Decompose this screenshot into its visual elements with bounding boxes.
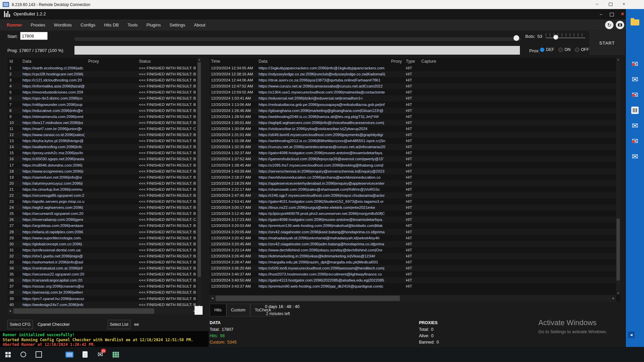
menu-item[interactable]: Tools bbox=[127, 22, 138, 27]
table-row[interactable]: 12/20/2024 3:20:42 AM https://mahadaisya… bbox=[210, 235, 616, 241]
table-row[interactable]: 12/20/2024 3:26:40 AM https://kdmmarketi… bbox=[210, 253, 616, 259]
table-row[interactable]: 4 https://informatika.asia:2096|faizal@ … bbox=[7, 83, 197, 89]
proxy-mode-option[interactable]: ON bbox=[558, 47, 571, 52]
table-row[interactable]: 12/20/2024 1:32:37 AM https://gator4098.… bbox=[210, 150, 616, 156]
table-row[interactable]: 6 https://spo-rbr3.dizinc.com:2096|co <<… bbox=[7, 95, 197, 101]
desktop-icon[interactable] bbox=[626, 57, 644, 71]
table-row[interactable]: 12/20/2024 2:18:29 AM https://appleservi… bbox=[210, 180, 616, 186]
desktop-icon[interactable] bbox=[626, 15, 644, 30]
table-row[interactable]: 17 https://ns8946.dotvndns.com:2096| <<<… bbox=[7, 162, 197, 168]
desktop-icon[interactable] bbox=[626, 72, 644, 87]
left-horizontal-scrollbar[interactable]: ◀ ▶ bbox=[7, 308, 197, 314]
select-list-button[interactable]: Select List bbox=[108, 320, 130, 329]
table-row[interactable]: 30 https://globalconcept.com.co:2096| <<… bbox=[7, 241, 197, 247]
table-row[interactable]: 19 https://siamofuori.net:2096|info@si <… bbox=[7, 174, 197, 180]
scrollbar-thumb[interactable] bbox=[616, 219, 620, 281]
table-row[interactable]: 12/20/2024 1:32:35 AM https://curuzu.net… bbox=[210, 144, 616, 150]
table-row[interactable]: 11 https://mart7.com.br:2096|junior@r <<… bbox=[7, 126, 197, 132]
table-row[interactable]: 21 https://w.cima4up.live:2096|commu <<<… bbox=[7, 186, 197, 192]
bots-slider-track[interactable] bbox=[546, 38, 585, 38]
table-row[interactable]: 27 https://argoldsas.com:2096|ventase <<… bbox=[7, 223, 197, 229]
table-row[interactable]: 12/20/2024 3:40:50 AM https://gator4113.… bbox=[210, 277, 616, 283]
screenshot-icon[interactable] bbox=[616, 21, 624, 29]
table-row[interactable]: 12/20/2024 3:17:23 AM https://gator4098.… bbox=[210, 217, 616, 223]
table-row[interactable]: 37 https://sissac.org:2096|cnavarro@si <… bbox=[7, 283, 197, 289]
table-row[interactable]: 15 https://proxy.univh2c.ma:2096|as/In <… bbox=[7, 150, 197, 156]
scrollbar-thumb[interactable] bbox=[216, 296, 400, 301]
table-row[interactable]: 12/20/2024 12:47:52 AM https://www.curuz… bbox=[210, 83, 616, 89]
rdp-maximize-button[interactable] bbox=[604, 0, 617, 9]
table-row[interactable]: 12/20/2024 1:03:41 AM https://eduversal.… bbox=[210, 95, 616, 101]
table-row[interactable]: 24 https://wgh3.wghservers.com:2096| <<<… bbox=[7, 204, 197, 210]
table-row[interactable]: 25 https://secuream9.sgcpanel.com:20 <<<… bbox=[7, 210, 197, 217]
scroll-down-icon[interactable]: ▼ bbox=[616, 292, 620, 294]
table-row[interactable]: 12/20/2024 3:36:20 AM https://s509.lon8.… bbox=[210, 265, 616, 271]
menu-item[interactable]: Plugins bbox=[147, 22, 161, 27]
desktop-icon[interactable] bbox=[626, 134, 644, 148]
right-vertical-scrollbar[interactable]: ▲ ▼ bbox=[616, 58, 620, 295]
scroll-up-icon[interactable]: ▲ bbox=[197, 58, 201, 61]
menu-item[interactable]: Proxies bbox=[31, 22, 45, 27]
table-row[interactable]: 20 https://aluminyumcuyuz.com:2096|i <<<… bbox=[7, 180, 197, 186]
rdp-close-button[interactable]: × bbox=[617, 0, 631, 9]
table-row[interactable]: 12/20/2024 3:20:05 AM https://srv42.niag… bbox=[210, 229, 616, 235]
table-row[interactable]: 12/20/2024 1:26:46 AM https://gilsanghan… bbox=[210, 108, 616, 114]
table-row[interactable]: 12/20/2024 12:44:06 AM https://druk.aser… bbox=[210, 77, 616, 83]
table-row[interactable]: 31 https://professional-dental.com.ua: <… bbox=[7, 247, 197, 253]
table-row[interactable]: 12/20/2024 3:12:40 AM https://p3plzcpnl4… bbox=[210, 210, 616, 217]
menu-item[interactable]: Settings bbox=[169, 22, 185, 27]
left-vertical-scrollbar[interactable]: ▲ ▼ bbox=[197, 58, 201, 308]
table-row[interactable]: 12 https://www.zanasi.co.id:2096|sales( … bbox=[7, 132, 197, 138]
menu-item[interactable]: Configs bbox=[80, 22, 95, 27]
taskbar-icon[interactable] bbox=[108, 347, 123, 362]
table-row[interactable]: 33 https://ashomarket.ir:2096|info@asl <… bbox=[7, 259, 197, 265]
table-row[interactable]: 34 https://centralsalud.com.ar:2096|inf … bbox=[7, 265, 197, 271]
table-row[interactable]: 12/20/2024 1:43:39 AM https://serversche… bbox=[210, 168, 616, 174]
table-row[interactable]: 23 https://apollo.servers.prgn.misp.co.u… bbox=[7, 198, 197, 204]
table-row[interactable]: 12/20/2024 12:59:02 AM https://s1364.use… bbox=[210, 89, 616, 95]
scroll-left-icon[interactable]: ◀ bbox=[210, 295, 215, 302]
results-tab[interactable]: Custom bbox=[226, 304, 250, 316]
table-row[interactable]: 22 https://securesgp86.sgcpanel.com:2 <<… bbox=[7, 192, 197, 198]
table-row[interactable]: 12/20/2024 1:13:06 AM https://redsaludta… bbox=[210, 102, 616, 108]
taskbar-icon[interactable] bbox=[15, 347, 31, 362]
desktop-icon[interactable] bbox=[626, 118, 644, 133]
table-row[interactable]: 12/20/2024 1:38:45 AM https://s1095.fra7… bbox=[210, 162, 616, 168]
table-row[interactable]: 12/20/2024 2:22:17 AM https://shamswatt.… bbox=[210, 186, 616, 192]
table-row[interactable]: 2 https://cpcl28.hostingcare.net:2096| <… bbox=[7, 71, 197, 77]
table-row[interactable]: 12/20/2024 1:30:08 AM https://visitzanzi… bbox=[210, 126, 616, 132]
table-row[interactable]: 29 https://www.suportitecnologia.com. <<… bbox=[7, 235, 197, 241]
menu-item[interactable]: Hits DB bbox=[104, 22, 119, 27]
taskbar-icon[interactable] bbox=[62, 347, 77, 362]
taskbar-icon[interactable] bbox=[31, 347, 46, 362]
start-runner-button[interactable]: START bbox=[590, 31, 625, 55]
table-row[interactable]: 12/20/2024 2:18:27 AM https://worldvisio… bbox=[210, 174, 616, 180]
table-row[interactable]: 38 https://pensezip.com.br:2096|willerr … bbox=[7, 289, 197, 295]
table-row[interactable]: 40 https://wedesign24x7.com:2096|infc <<… bbox=[7, 302, 197, 308]
taskbar-icon[interactable]: 21 bbox=[93, 347, 108, 362]
desktop-icon[interactable] bbox=[626, 41, 644, 56]
table-row[interactable]: 12/20/2024 1:31:08 AM https://webhosting… bbox=[210, 138, 616, 144]
table-row[interactable]: 12/20/2024 3:20:03 AM https://premium139… bbox=[210, 223, 616, 229]
taskbar-icon[interactable] bbox=[46, 347, 62, 362]
table-row[interactable]: 39 https://pro7.cpanel.hu:2096|kovacsz <… bbox=[7, 296, 197, 302]
table-row[interactable]: 14 https://wallartroofing.com:2096|Infc … bbox=[7, 144, 197, 150]
table-row[interactable]: 12/20/2024 3:00:17 AM https://linux.ns22… bbox=[210, 204, 616, 210]
menu-item[interactable]: About bbox=[194, 22, 205, 27]
rdp-minimize-button[interactable]: – bbox=[590, 0, 604, 9]
table-row[interactable]: 12/20/2024 3:20:45 AM https://srv42.niag… bbox=[210, 241, 616, 247]
table-row[interactable]: 12/20/2024 1:30:01 AM https://wghp6.wghs… bbox=[210, 120, 616, 126]
scrollbar-thumb[interactable] bbox=[13, 308, 154, 314]
select-cfg-button[interactable]: Select CFG bbox=[7, 320, 33, 329]
table-row[interactable]: 28 https://ellaria.id.rapidplex.com:2096… bbox=[7, 229, 197, 235]
table-row[interactable]: 12/20/2024 2:47:45 AM https://r246.sgp7.… bbox=[210, 192, 616, 198]
table-row[interactable]: 12/20/2024 1:31:01 AM https://s649.bom9.… bbox=[210, 132, 616, 138]
table-row[interactable]: 12/20/2024 3:23:14 AM https://www.dechil… bbox=[210, 247, 616, 253]
desktop-arrow-icon[interactable]: ◀ bbox=[628, 331, 635, 338]
desktop-icon[interactable] bbox=[626, 87, 644, 102]
table-row[interactable]: 5 https://moondustediciones.com:209 <<< … bbox=[7, 89, 197, 95]
table-row[interactable]: 12/20/2024 1:37:52 AM https://gamershubc… bbox=[210, 156, 616, 162]
table-row[interactable]: 12/20/2024 3:43:37 AM https://premium90.… bbox=[210, 283, 616, 289]
progress-slider-thumb[interactable] bbox=[514, 35, 519, 41]
progress-slider[interactable] bbox=[74, 38, 521, 41]
